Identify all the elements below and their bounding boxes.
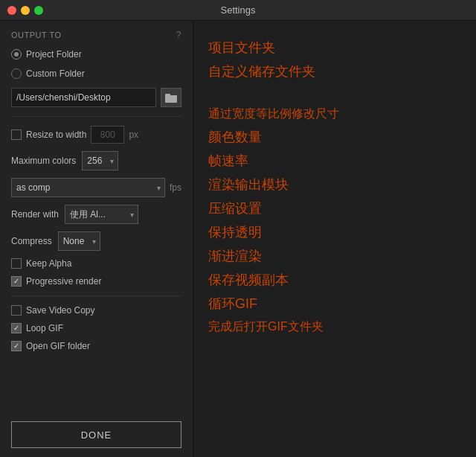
custom-folder-label: Custom Folder <box>26 68 85 79</box>
left-panel: OUTPUT TO ? Project Folder Custom Folder <box>0 21 193 457</box>
max-colors-label: Maximum colors <box>11 156 76 166</box>
progressive-render-row[interactable]: ✓ Progressive render <box>11 276 181 287</box>
max-colors-row: Maximum colors 256 128 64 <box>11 151 181 170</box>
resize-width-row: Resize to width px <box>11 126 181 144</box>
close-button[interactable] <box>7 6 16 15</box>
compress-row: Compress None LZW <box>11 231 181 251</box>
max-colors-select-wrapper: 256 128 64 <box>82 151 118 170</box>
render-select[interactable]: 使用 Al... Best Settings <box>65 205 138 224</box>
traffic-lights <box>7 6 43 15</box>
open-gif-folder-row[interactable]: ✓ Open GIF folder <box>11 341 181 351</box>
project-folder-label: Project Folder <box>26 49 82 60</box>
folder-path-row <box>11 88 181 107</box>
save-video-copy-label: Save Video Copy <box>26 305 95 316</box>
main-layout: OUTPUT TO ? Project Folder Custom Folder <box>0 21 476 457</box>
resize-width-label: Resize to width <box>26 130 86 140</box>
divider-2 <box>11 295 181 296</box>
resize-width-input[interactable] <box>91 126 124 144</box>
annotation-project-folder: 项目文件夹 <box>208 36 461 60</box>
folder-browse-button[interactable] <box>161 88 181 107</box>
divider-1 <box>11 116 181 117</box>
compress-select[interactable]: None LZW <box>58 231 100 251</box>
checkmark-icon: ✓ <box>13 325 19 332</box>
annotation-spacer <box>208 83 461 103</box>
resize-unit: px <box>129 130 138 140</box>
right-panel: 项目文件夹 自定义储存文件夹 通过宽度等比例修改尺寸 颜色数量 帧速率 渲染输出… <box>193 21 476 457</box>
window-title: Settings <box>221 4 256 16</box>
output-section-label: OUTPUT TO ? <box>11 30 181 40</box>
max-colors-select[interactable]: 256 128 64 <box>82 151 118 170</box>
render-with-row: Render with 使用 Al... Best Settings <box>11 205 181 224</box>
keep-alpha-label: Keep Alpha <box>26 258 71 269</box>
project-folder-radio[interactable] <box>11 49 22 60</box>
annotation-open-gif: 完成后打开GIF文件夹 <box>208 316 461 338</box>
annotation-group: 项目文件夹 自定义储存文件夹 通过宽度等比例修改尺寸 颜色数量 帧速率 渲染输出… <box>208 36 461 338</box>
title-bar: Settings <box>0 0 476 21</box>
loop-gif-checkbox[interactable]: ✓ <box>11 323 22 333</box>
checkmark-icon: ✓ <box>13 342 19 350</box>
fps-select[interactable]: as comp 12 24 30 <box>11 178 165 197</box>
open-gif-folder-checkbox[interactable]: ✓ <box>11 341 22 351</box>
annotation-render: 渲染输出模块 <box>208 173 461 196</box>
keep-alpha-row[interactable]: Keep Alpha <box>11 258 181 269</box>
minimize-button[interactable] <box>21 6 30 15</box>
project-folder-option[interactable]: Project Folder <box>11 49 181 60</box>
annotation-fps: 帧速率 <box>208 149 461 173</box>
progressive-render-label: Progressive render <box>26 276 101 287</box>
annotation-compress: 压缩设置 <box>208 196 461 220</box>
compress-label: Compress <box>11 236 52 246</box>
custom-folder-radio[interactable] <box>11 68 22 79</box>
loop-gif-label: Loop GIF <box>26 323 63 333</box>
maximize-button[interactable] <box>34 6 43 15</box>
annotation-save-video: 保存视频副本 <box>208 268 461 292</box>
open-gif-folder-label: Open GIF folder <box>26 341 90 351</box>
annotation-custom-folder: 自定义储存文件夹 <box>208 60 461 83</box>
annotation-progressive: 渐进渲染 <box>208 244 461 268</box>
keep-alpha-checkbox[interactable] <box>11 258 22 269</box>
fps-unit: fps <box>170 182 181 193</box>
loop-gif-row[interactable]: ✓ Loop GIF <box>11 323 181 333</box>
annotation-max-colors: 颜色数量 <box>208 125 461 149</box>
progressive-render-checkbox[interactable]: ✓ <box>11 276 22 287</box>
help-icon[interactable]: ? <box>176 30 181 40</box>
done-button[interactable]: DONE <box>11 421 181 448</box>
annotation-keep-alpha: 保持透明 <box>208 220 461 244</box>
resize-width-checkbox[interactable] <box>11 130 22 140</box>
folder-path-input[interactable] <box>11 88 156 107</box>
fps-row: as comp 12 24 30 fps <box>11 178 181 197</box>
save-video-copy-checkbox[interactable] <box>11 305 22 316</box>
save-video-copy-row[interactable]: Save Video Copy <box>11 305 181 316</box>
fps-select-wrapper: as comp 12 24 30 <box>11 178 165 197</box>
compress-select-wrapper: None LZW <box>58 231 100 251</box>
checkmark-icon: ✓ <box>13 278 19 285</box>
annotation-resize: 通过宽度等比例修改尺寸 <box>208 103 461 125</box>
svg-rect-1 <box>165 94 170 97</box>
custom-folder-option[interactable]: Custom Folder <box>11 68 181 79</box>
annotation-loop-gif: 循环GIF <box>208 292 461 316</box>
render-with-label: Render with <box>11 209 59 220</box>
render-select-wrapper: 使用 Al... Best Settings <box>65 205 138 224</box>
